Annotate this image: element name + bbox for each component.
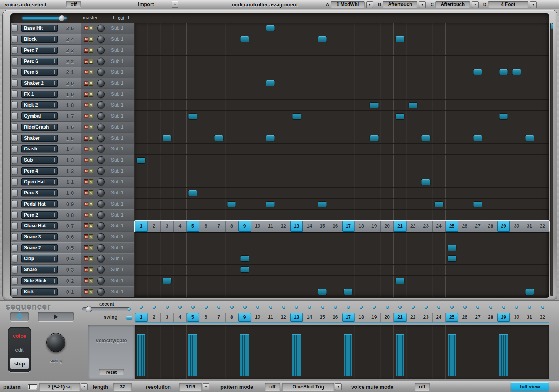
row-drag-handle[interactable] — [12, 123, 18, 131]
voice-output-select[interactable]: Sub 1 — [111, 289, 123, 295]
step-cell[interactable] — [238, 177, 251, 188]
step-cell[interactable] — [536, 133, 549, 144]
step-cell[interactable] — [446, 78, 459, 89]
step-cell[interactable] — [419, 276, 433, 286]
step-cell[interactable] — [199, 253, 212, 264]
step-cell[interactable] — [226, 56, 239, 67]
sequencer-step-14[interactable]: 14 — [303, 313, 316, 322]
step-cell[interactable] — [342, 133, 355, 144]
step-cell[interactable] — [199, 199, 212, 209]
step-cell[interactable] — [187, 23, 200, 34]
solo-button[interactable]: S — [89, 213, 93, 217]
step-cell[interactable] — [264, 232, 278, 242]
step-cell[interactable] — [161, 89, 174, 100]
step-cell[interactable] — [148, 265, 161, 275]
step-cell[interactable] — [264, 242, 278, 253]
accent-led[interactable] — [243, 306, 247, 309]
step-cell[interactable] — [433, 242, 446, 253]
step-cell[interactable] — [212, 210, 226, 221]
step-cell[interactable] — [484, 253, 498, 264]
step-cell[interactable] — [381, 89, 394, 100]
step-cell[interactable] — [251, 34, 264, 45]
step-cell[interactable] — [523, 155, 536, 166]
step-cell[interactable] — [290, 177, 303, 188]
trigger-mode-dropdown[interactable]: One-Shot Trig ▼ — [282, 383, 342, 390]
step-cell[interactable] — [523, 210, 536, 221]
sequencer-step-19[interactable]: 19 — [368, 313, 381, 322]
step-cell[interactable] — [536, 199, 549, 209]
step-cell[interactable] — [471, 188, 484, 198]
step-cell[interactable] — [290, 242, 303, 253]
step-cell[interactable] — [368, 34, 381, 45]
step-cell[interactable] — [433, 133, 446, 144]
step-cell[interactable] — [226, 100, 239, 110]
step-cell[interactable] — [368, 111, 381, 122]
step-cell[interactable] — [510, 210, 523, 221]
step-cell[interactable] — [471, 199, 484, 209]
step-cell[interactable] — [419, 133, 433, 144]
step-cell[interactable] — [433, 265, 446, 275]
step-cell[interactable] — [510, 56, 523, 67]
sequencer-step-23[interactable]: 23 — [419, 313, 433, 322]
sequencer-step-17[interactable]: 17 — [342, 313, 355, 322]
step-cell[interactable] — [316, 253, 329, 264]
step-cell[interactable] — [238, 111, 251, 122]
step-cell[interactable] — [135, 133, 148, 144]
step-cell[interactable] — [342, 23, 355, 34]
step-cell[interactable] — [148, 34, 161, 45]
step-cell[interactable] — [199, 78, 212, 89]
step-cell[interactable] — [187, 166, 200, 177]
step-cell[interactable] — [226, 111, 239, 122]
velocity-bar[interactable] — [396, 334, 404, 376]
step-cell[interactable] — [355, 23, 368, 34]
step-cell[interactable] — [187, 253, 200, 264]
voice-name-button[interactable]: Shaker — [21, 135, 58, 142]
solo-button[interactable]: S — [89, 103, 93, 107]
step-cell[interactable] — [290, 199, 303, 209]
step-cell[interactable] — [238, 242, 251, 253]
step-cell[interactable] — [368, 78, 381, 89]
step-cell[interactable] — [148, 56, 161, 67]
step-cell[interactable] — [355, 188, 368, 198]
step-cell[interactable] — [381, 253, 394, 264]
step-cell[interactable] — [497, 199, 510, 209]
step-cell[interactable] — [161, 111, 174, 122]
step-cell[interactable] — [419, 111, 433, 122]
step-cell[interactable] — [510, 177, 523, 188]
step-cell[interactable] — [536, 242, 549, 253]
step-cell[interactable] — [510, 265, 523, 275]
voice-name-button[interactable]: Cymbal — [21, 112, 58, 120]
step-cell[interactable] — [497, 56, 510, 67]
step-cell[interactable]: 3 — [161, 221, 174, 232]
step-cell[interactable] — [264, 133, 278, 144]
step-cell[interactable] — [510, 100, 523, 110]
step-cell[interactable] — [523, 265, 536, 275]
step-cell[interactable] — [342, 188, 355, 198]
step-cell[interactable] — [277, 166, 290, 177]
step-cell[interactable] — [135, 188, 148, 198]
step-cell[interactable] — [355, 253, 368, 264]
step-cell[interactable] — [135, 34, 148, 45]
step-cell[interactable] — [484, 276, 498, 286]
voice-output-select[interactable]: Sub 1 — [111, 190, 123, 196]
step-cell[interactable] — [471, 23, 484, 34]
voice-output-select[interactable]: Sub 1 — [111, 80, 123, 86]
step-cell[interactable] — [433, 111, 446, 122]
step-cell[interactable] — [471, 122, 484, 133]
step-cell[interactable] — [135, 232, 148, 242]
pan-knob[interactable] — [97, 46, 105, 54]
accent-slider-handle[interactable] — [86, 306, 92, 312]
accent-led[interactable] — [282, 306, 285, 309]
step-cell[interactable] — [471, 78, 484, 89]
step-cell[interactable] — [407, 45, 420, 56]
step-cell[interactable] — [187, 45, 200, 56]
solo-button[interactable]: S — [89, 245, 93, 250]
step-cell[interactable] — [238, 23, 251, 34]
step-cell[interactable] — [264, 286, 278, 297]
step-cell[interactable] — [394, 242, 407, 253]
step-cell[interactable]: 27 — [471, 221, 484, 232]
step-cell[interactable] — [510, 34, 523, 45]
step-cell[interactable] — [446, 242, 459, 253]
step-cell[interactable] — [277, 188, 290, 198]
step-cell[interactable] — [419, 34, 433, 45]
